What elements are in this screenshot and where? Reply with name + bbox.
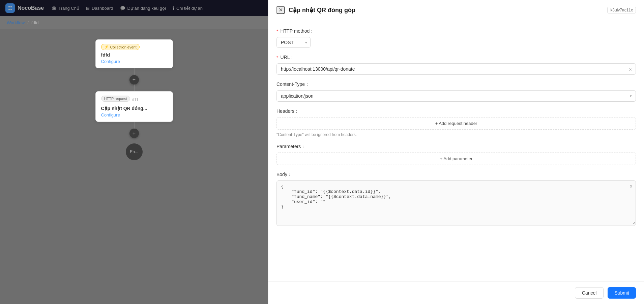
node-title-fdfd: fdfd [101, 52, 167, 58]
nav-dashboard[interactable]: ⊞ Dashboard [86, 6, 113, 11]
http-method-section: * HTTP method： GET POST PUT PATCH DELETE… [276, 28, 636, 48]
headers-hint: "Content-Type" will be ignored from head… [276, 132, 636, 137]
workflow-canvas: ⚡ Collection event fdfd Configure + HTTP… [0, 29, 268, 170]
breadcrumb-separator: / [27, 20, 29, 25]
node-title-http: Cập nhật QR đóng... [101, 106, 167, 111]
drawer-panel: ✕ Cập nhật QR đóng góp k3uiv7ac11x * HTT… [268, 0, 644, 304]
headers-box: + Add request header [276, 117, 636, 130]
content-type-select-wrapper: application/json multipart/form-data app… [276, 90, 636, 102]
content-type-label: Content-Type： [276, 81, 636, 88]
headers-label: Headers： [276, 108, 636, 114]
close-icon: ✕ [279, 7, 283, 13]
add-parameter-button[interactable]: + Add parameter [277, 153, 636, 165]
breadcrumb-parent[interactable]: Workflow [7, 20, 25, 25]
body-textarea[interactable]: { "fund_id": "{{$context.data.id}}", "fu… [277, 181, 636, 225]
http-method-label: * HTTP method： [276, 28, 636, 34]
parameters-section: Parameters： + Add parameter [276, 144, 636, 165]
info-icon: ℹ [173, 6, 174, 11]
logo-icon [5, 3, 15, 13]
add-node-btn-2[interactable]: + [129, 129, 139, 138]
cancel-button[interactable]: Cancel [575, 287, 604, 299]
collection-event-badge: ⚡ Collection event [101, 44, 140, 50]
parameters-label: Parameters： [276, 144, 636, 150]
grid-icon: ⊞ [86, 6, 90, 11]
workflow-canvas-panel: NocoBase 🏛 Trang Chủ ⊞ Dashboard 💬 Dự án… [0, 0, 268, 304]
node-number: #11 [132, 98, 138, 102]
http-request-badge: HTTP request [101, 96, 130, 102]
navbar: NocoBase 🏛 Trang Chủ ⊞ Dashboard 💬 Dự án… [0, 0, 268, 16]
url-label: * URL： [276, 55, 636, 61]
logo-text: NocoBase [18, 5, 44, 11]
body-section: Body： { "fund_id": "{{$context.data.id}}… [276, 172, 636, 226]
connector-2 [134, 85, 135, 91]
drawer-header: ✕ Cập nhật QR đóng góp k3uiv7ac11x [268, 0, 644, 20]
node-configure-http[interactable]: Configure [101, 112, 167, 117]
bolt-icon: ⚡ [104, 45, 109, 49]
chat-icon: 💬 [120, 6, 125, 11]
headers-section: Headers： + Add request header "Content-T… [276, 108, 636, 137]
body-label: Body： [276, 172, 636, 178]
drawer-title: Cập nhật QR đóng góp [289, 6, 355, 14]
drawer-title-row: ✕ Cập nhật QR đóng góp [276, 6, 355, 14]
http-method-select-wrapper: GET POST PUT PATCH DELETE ▾ [276, 37, 311, 48]
nav-trang-chu[interactable]: 🏛 Trang Chủ [52, 6, 79, 11]
end-node[interactable]: En... [126, 143, 143, 160]
http-method-select[interactable]: GET POST PUT PATCH DELETE [276, 37, 311, 48]
required-star-url: * [276, 55, 278, 60]
url-input-wrapper: x [276, 63, 636, 75]
connector-3 [134, 122, 135, 129]
drawer-body: * HTTP method： GET POST PUT PATCH DELETE… [268, 20, 644, 281]
node-configure-collection[interactable]: Configure [101, 59, 167, 64]
nav-chi-tiet[interactable]: ℹ Chi tiết dự án [173, 6, 203, 11]
nav-du-an[interactable]: 💬 Dự án đang kêu gọi [120, 6, 166, 11]
submit-button[interactable]: Submit [608, 287, 636, 299]
breadcrumb-current: fdfd [31, 20, 39, 25]
connector-1 [134, 68, 135, 75]
body-clear-button[interactable]: x [630, 183, 633, 189]
nav-links: 🏛 Trang Chủ ⊞ Dashboard 💬 Dự án đang kêu… [52, 6, 203, 11]
drawer-footer: Cancel Submit [268, 281, 644, 304]
logo: NocoBase [5, 3, 44, 13]
url-input[interactable] [277, 64, 625, 74]
workflow-node-collection: ⚡ Collection event fdfd Configure [95, 39, 173, 68]
parameters-box: + Add parameter [276, 153, 636, 165]
url-section: * URL： x [276, 55, 636, 75]
workflow-node-http: HTTP request #11 Cập nhật QR đóng... Con… [95, 91, 173, 122]
content-type-select[interactable]: application/json multipart/form-data app… [276, 90, 636, 102]
drawer-close-button[interactable]: ✕ [276, 6, 285, 14]
breadcrumb: Workflow / fdfd [0, 16, 268, 29]
drawer-id-badge: k3uiv7ac11x [607, 7, 636, 13]
building-icon: 🏛 [52, 6, 56, 11]
add-header-button[interactable]: + Add request header [277, 117, 636, 129]
required-star-method: * [276, 29, 278, 34]
add-node-btn-1[interactable]: + [129, 75, 139, 85]
content-type-section: Content-Type： application/json multipart… [276, 81, 636, 102]
body-wrapper: { "fund_id": "{{$context.data.id}}", "fu… [276, 180, 636, 226]
url-clear-button[interactable]: x [625, 64, 636, 74]
